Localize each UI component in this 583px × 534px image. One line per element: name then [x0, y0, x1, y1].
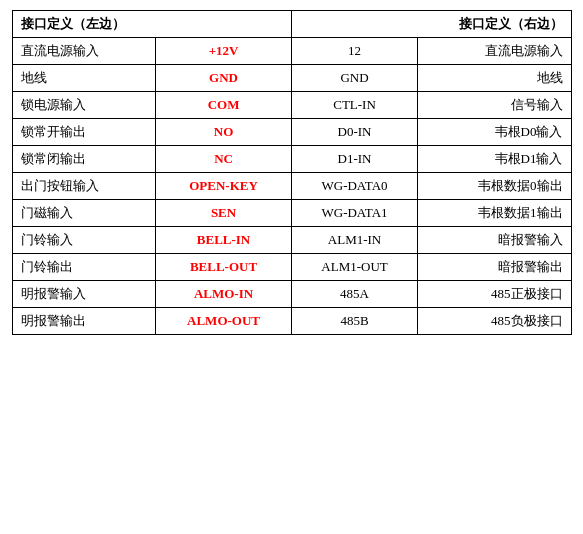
right-pin: ALM1-IN — [292, 227, 418, 254]
right-name: 韦根数据1输出 — [418, 200, 571, 227]
header-right: 接口定义（右边） — [292, 11, 572, 38]
table-row: 锁常闭输出NCD1-IN韦根D1输入 — [12, 146, 571, 173]
left-name: 门磁输入 — [12, 200, 156, 227]
left-name: 出门按钮输入 — [12, 173, 156, 200]
right-pin: WG-DATA0 — [292, 173, 418, 200]
right-name: 暗报警输出 — [418, 254, 571, 281]
main-container: 接口定义（左边） 接口定义（右边） 直流电源输入+12V12直流电源输入地线GN… — [12, 10, 572, 335]
left-pin: BELL-OUT — [156, 254, 292, 281]
left-pin: +12V — [156, 38, 292, 65]
right-name: 信号输入 — [418, 92, 571, 119]
right-pin: ALM1-OUT — [292, 254, 418, 281]
table-row: 门铃输入BELL-INALM1-IN暗报警输入 — [12, 227, 571, 254]
left-pin: NO — [156, 119, 292, 146]
header-left: 接口定义（左边） — [12, 11, 292, 38]
right-pin: GND — [292, 65, 418, 92]
right-pin: D1-IN — [292, 146, 418, 173]
table-row: 地线GNDGND地线 — [12, 65, 571, 92]
right-name: 暗报警输入 — [418, 227, 571, 254]
right-name: 韦根D1输入 — [418, 146, 571, 173]
left-name: 明报警输出 — [12, 308, 156, 335]
left-pin: SEN — [156, 200, 292, 227]
right-name: 直流电源输入 — [418, 38, 571, 65]
interface-table: 接口定义（左边） 接口定义（右边） 直流电源输入+12V12直流电源输入地线GN… — [12, 10, 572, 335]
left-pin: COM — [156, 92, 292, 119]
right-name: 地线 — [418, 65, 571, 92]
table-row: 锁常开输出NOD0-IN韦根D0输入 — [12, 119, 571, 146]
left-name: 锁常闭输出 — [12, 146, 156, 173]
table-row: 门磁输入SENWG-DATA1韦根数据1输出 — [12, 200, 571, 227]
left-name: 锁常开输出 — [12, 119, 156, 146]
left-pin: ALMO-OUT — [156, 308, 292, 335]
left-name: 锁电源输入 — [12, 92, 156, 119]
left-name: 直流电源输入 — [12, 38, 156, 65]
left-pin: ALMO-IN — [156, 281, 292, 308]
left-pin: GND — [156, 65, 292, 92]
right-name: 韦根数据0输出 — [418, 173, 571, 200]
right-pin: D0-IN — [292, 119, 418, 146]
right-pin: WG-DATA1 — [292, 200, 418, 227]
table-row: 明报警输出ALMO-OUT485B485负极接口 — [12, 308, 571, 335]
left-name: 地线 — [12, 65, 156, 92]
table-row: 明报警输入ALMO-IN485A485正极接口 — [12, 281, 571, 308]
left-pin: NC — [156, 146, 292, 173]
left-name: 明报警输入 — [12, 281, 156, 308]
left-pin: BELL-IN — [156, 227, 292, 254]
right-pin: CTL-IN — [292, 92, 418, 119]
table-row: 门铃输出BELL-OUTALM1-OUT暗报警输出 — [12, 254, 571, 281]
right-pin: 485A — [292, 281, 418, 308]
table-row: 锁电源输入COMCTL-IN信号输入 — [12, 92, 571, 119]
left-name: 门铃输入 — [12, 227, 156, 254]
table-row: 直流电源输入+12V12直流电源输入 — [12, 38, 571, 65]
right-pin: 12 — [292, 38, 418, 65]
right-name: 485正极接口 — [418, 281, 571, 308]
right-name: 485负极接口 — [418, 308, 571, 335]
table-row: 出门按钮输入OPEN-KEYWG-DATA0韦根数据0输出 — [12, 173, 571, 200]
right-pin: 485B — [292, 308, 418, 335]
left-pin: OPEN-KEY — [156, 173, 292, 200]
right-name: 韦根D0输入 — [418, 119, 571, 146]
left-name: 门铃输出 — [12, 254, 156, 281]
